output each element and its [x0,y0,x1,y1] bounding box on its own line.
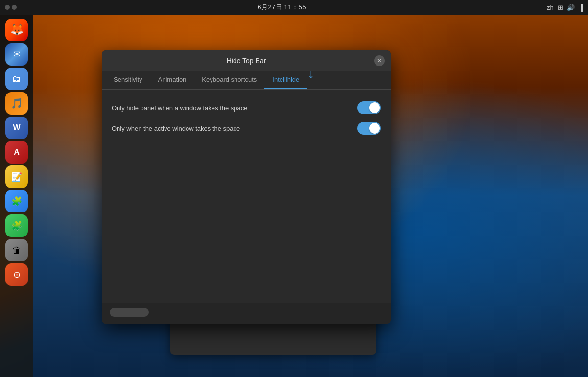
tab-content-intellihide: Only hide panel when a window takes the … [102,90,391,303]
dock: 🦊 ✉ 🗂 🎵 W A 📝 🧩 🧩 🗑 ⊙ [0,15,33,377]
dock-icon-notes[interactable]: 📝 [5,165,28,188]
dock-icon-puzzle[interactable]: 🧩 [5,190,28,212]
dock-icon-extension[interactable]: 🧩 [5,214,28,237]
toggle-active-window[interactable] [357,122,381,135]
topbar-dot-2 [12,5,17,10]
dialog-footer [102,303,391,324]
topbar-dots [5,5,17,10]
topbar-right: zh ⊞ 🔊 ▐ [547,4,583,11]
dialog-close-button[interactable]: ✕ [374,55,385,66]
lang-indicator[interactable]: zh [547,4,554,11]
dock-icon-appstore[interactable]: A [5,141,28,164]
battery-icon: ▐ [579,4,583,11]
setting-row-active-window: Only when the active window takes the sp… [110,118,383,139]
dock-icon-trash[interactable]: 🗑 [5,239,28,261]
dock-icon-files[interactable]: 🗂 [5,68,28,90]
dialog-title: Hide Top Bar [118,57,374,65]
tab-keyboard-shortcuts[interactable]: Keyboard shortcuts [194,71,264,89]
dialog-titlebar: Hide Top Bar ✕ [102,50,391,71]
scrollbar[interactable] [110,308,149,317]
hide-topbar-dialog: Hide Top Bar ✕ ↓ Sensitivity Animation K… [102,50,391,324]
dock-icon-rhythmbox[interactable]: 🎵 [5,92,28,115]
topbar-datetime: 6月27日 11：55 [258,3,306,12]
dock-icon-ubuntu[interactable]: ⊙ [5,263,28,286]
dock-icon-writer[interactable]: W [5,117,28,139]
tab-animation[interactable]: Animation [150,71,194,89]
empty-space [110,139,383,295]
topbar-left [5,5,17,10]
topbar: 6月27日 11：55 zh ⊞ 🔊 ▐ [0,0,588,15]
toggle-hide-panel[interactable] [357,101,381,114]
tab-sensitivity[interactable]: Sensitivity [106,71,150,89]
topbar-dot-1 [5,5,10,10]
arrow-indicator: ↓ [308,67,314,80]
setting-label-active-window: Only when the active window takes the sp… [112,125,240,132]
setting-row-hide-panel: Only hide panel when a window takes the … [110,97,383,118]
dock-icon-email[interactable]: ✉ [5,43,28,66]
volume-icon[interactable]: 🔊 [567,4,575,11]
setting-label-hide-panel: Only hide panel when a window takes the … [112,104,248,112]
dock-icon-firefox[interactable]: 🦊 [5,19,28,41]
tabs-container: Sensitivity Animation Keyboard shortcuts… [102,71,391,90]
tab-intellihide[interactable]: Intellihide [264,71,307,89]
network-icon: ⊞ [558,4,563,11]
dialog-container: Hide Top Bar ✕ ↓ Sensitivity Animation K… [102,50,391,324]
